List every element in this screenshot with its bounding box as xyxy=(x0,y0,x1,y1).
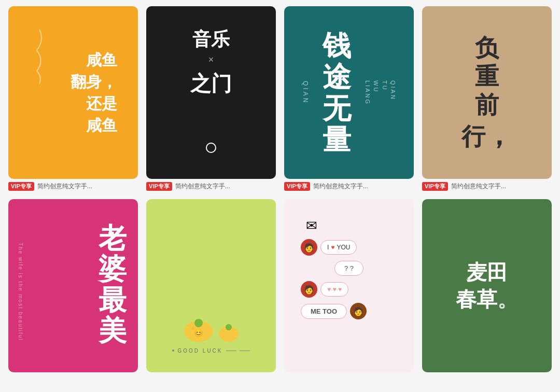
card-5[interactable]: ♥ The wife is the most beautiful 老婆最美 xyxy=(8,199,138,372)
dark-main-text: 之门 xyxy=(190,69,232,98)
card-label-1: VIP专享 简约创意纯文字手... xyxy=(8,182,138,191)
label-text-2: 简约创意纯文字手... xyxy=(175,182,230,191)
dark-top-text: 音乐 xyxy=(192,27,230,52)
kraft-text: 负重前行， xyxy=(461,34,512,152)
vip-badge-2: VIP专享 xyxy=(146,182,172,191)
vip-badge-3: VIP专享 xyxy=(284,182,310,191)
bubble-hearts: ♥·♥·♥ xyxy=(320,282,348,297)
label-text-1: 简约创意纯文字手... xyxy=(37,182,92,191)
card-wrapper-6[interactable]: 😊 GOOD LUCK xyxy=(146,199,276,375)
pink-main-text: 老婆最美 xyxy=(99,223,127,346)
card-wrapper-1[interactable]: 咸鱼翻身，还是咸鱼 VIP专享 简约创意纯文字手... xyxy=(8,6,138,191)
teal-side-right: QIANTUWULIANG xyxy=(363,80,397,105)
card-grid: 咸鱼翻身，还是咸鱼 VIP专享 简约创意纯文字手... 音乐 × 之门 VIP专… xyxy=(0,0,560,382)
bubble-row-4: ME TOO 🧑 xyxy=(301,303,397,319)
card-6[interactable]: 😊 GOOD LUCK xyxy=(146,199,276,372)
card-wrapper-2[interactable]: 音乐 × 之门 VIP专享 简约创意纯文字手... xyxy=(146,6,276,191)
bubble-question: ? ? xyxy=(334,261,363,276)
bubble-i-love-you: I ♥ YOU xyxy=(320,240,357,255)
card-label-3: VIP专享 简约创意纯文字手... xyxy=(284,182,414,191)
dark-x-text: × xyxy=(208,54,214,65)
orange-main-text: 咸鱼翻身，还是咸鱼 xyxy=(71,49,117,136)
teal-main-chars: 钱途无量 xyxy=(315,30,358,156)
lemon-group: 😊 xyxy=(183,317,240,343)
bubble-me-too: ME TOO xyxy=(301,304,347,319)
label-text-3: 简约创意纯文字手... xyxy=(313,182,368,191)
card-2[interactable]: 音乐 × 之门 xyxy=(146,6,276,179)
card-label-2: VIP专享 简约创意纯文字手... xyxy=(146,182,276,191)
svg-text:😊: 😊 xyxy=(194,329,203,338)
avatar-3: 🧑 xyxy=(350,303,367,319)
label-text-4: 简约创意纯文字手... xyxy=(451,182,506,191)
vip-badge-1: VIP专享 xyxy=(8,182,34,191)
envelope-icon: ✉ xyxy=(306,218,317,234)
pink-side-text: The wife is the most beautiful xyxy=(18,243,23,341)
svg-point-5 xyxy=(226,324,232,330)
vip-badge-4: VIP专享 xyxy=(422,182,448,191)
card-4[interactable]: 负重前行， xyxy=(422,6,552,179)
teal-side-left: QIAN xyxy=(301,81,310,104)
card-8[interactable]: 麦田春草。 xyxy=(422,199,552,372)
card-wrapper-8[interactable]: 麦田春草。 xyxy=(422,199,552,375)
card-wrapper-4[interactable]: 负重前行， VIP专享 简约创意纯文字手... xyxy=(422,6,552,191)
avatar-1: 🧑 xyxy=(301,239,317,256)
bubble-row-2: ? ? xyxy=(301,261,397,276)
dark-circle xyxy=(206,143,216,153)
card-7[interactable]: ✉ 🧑 I ♥ YOU ? ? 🧑 ♥·♥·♥ ME TOO xyxy=(284,199,414,372)
card-label-4: VIP专享 简约创意纯文字手... xyxy=(422,182,552,191)
card-1[interactable]: 咸鱼翻身，还是咸鱼 xyxy=(8,6,138,179)
card-wrapper-7[interactable]: ✉ 🧑 I ♥ YOU ? ? 🧑 ♥·♥·♥ ME TOO xyxy=(284,199,414,375)
card-3[interactable]: QIAN 钱途无量 QIANTUWULIANG xyxy=(284,6,414,179)
card-wrapper-3[interactable]: QIAN 钱途无量 QIANTUWULIANG VIP专享 简约创意纯文字手..… xyxy=(284,6,414,191)
squiggle-decoration xyxy=(21,14,42,76)
bubble-row-1: 🧑 I ♥ YOU xyxy=(301,239,397,256)
good-luck-text: GOOD LUCK xyxy=(172,348,249,354)
svg-point-1 xyxy=(194,319,203,327)
avatar-2: 🧑 xyxy=(301,281,317,298)
wheat-text: 麦田春草。 xyxy=(456,259,518,313)
bubble-row-3: 🧑 ♥·♥·♥ xyxy=(301,281,397,298)
card-wrapper-5[interactable]: ♥ The wife is the most beautiful 老婆最美 xyxy=(8,199,138,375)
